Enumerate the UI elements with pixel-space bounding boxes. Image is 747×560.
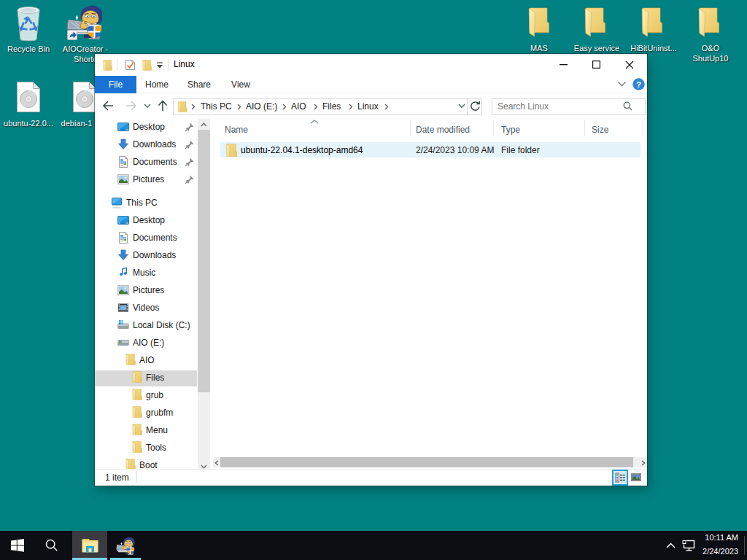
svg-text:?: ? (636, 80, 641, 89)
